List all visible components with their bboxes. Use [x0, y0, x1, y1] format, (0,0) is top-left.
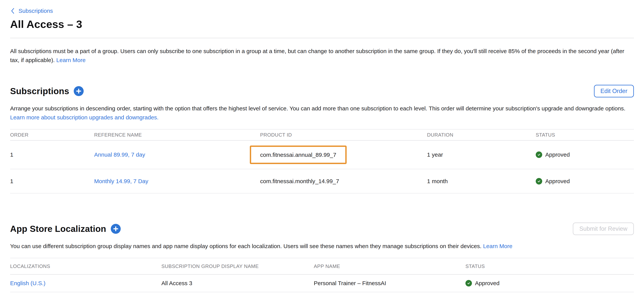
status-label: Approved — [545, 178, 570, 184]
display-name-value: All Access 3 — [162, 280, 314, 286]
submit-for-review-button[interactable]: Submit for Review — [573, 222, 634, 235]
column-header-app-name: APP NAME — [314, 264, 466, 269]
group-intro-body: All subscriptions must be a part of a gr… — [10, 48, 624, 63]
status-badge: Approved — [466, 280, 500, 286]
add-localization-button[interactable] — [111, 224, 121, 234]
column-header-status: STATUS — [466, 264, 634, 269]
localization-table-header: LOCALIZATIONS SUBSCRIPTION GROUP DISPLAY… — [10, 258, 634, 275]
app-name-value: Personal Trainer – FitnessAI — [314, 280, 466, 286]
highlighted-product-id: com.fitnessai.annual_89.99_7 — [250, 146, 347, 164]
breadcrumb: Subscriptions — [10, 8, 634, 14]
localization-section-header: App Store Localization Submit for Review — [10, 222, 634, 235]
subscriptions-table-header: ORDER REFERENCE NAME PRODUCT ID DURATION… — [10, 130, 634, 140]
reference-name-link[interactable]: Monthly 14.99, 7 Day — [94, 178, 148, 184]
edit-order-button[interactable]: Edit Order — [594, 85, 634, 98]
subscriptions-description: Arrange your subscriptions in descending… — [10, 104, 634, 122]
localization-description: You can use different subscription group… — [10, 242, 634, 250]
reference-name-link[interactable]: Annual 89.99, 7 day — [94, 152, 145, 158]
status-label: Approved — [545, 152, 570, 158]
order-value: 1 — [10, 152, 94, 158]
plus-icon — [76, 88, 82, 94]
localization-learn-more-link[interactable]: Learn More — [483, 243, 512, 249]
subscription-group-page: Subscriptions All Access – 3 All subscri… — [0, 8, 644, 292]
subscriptions-table: ORDER REFERENCE NAME PRODUCT ID DURATION… — [10, 129, 634, 194]
status-badge: Approved — [536, 178, 570, 184]
page-title: All Access – 3 — [10, 18, 634, 30]
localization-link[interactable]: English (U.S.) — [10, 280, 46, 286]
subscriptions-description-body: Arrange your subscriptions in descending… — [10, 105, 626, 112]
subscriptions-section-title: Subscriptions — [10, 86, 69, 96]
title-divider — [10, 38, 634, 38]
breadcrumb-subscriptions-link[interactable]: Subscriptions — [18, 8, 53, 14]
duration-value: 1 month — [427, 178, 536, 184]
product-id-value: com.fitnessai.monthly_14.99_7 — [260, 178, 427, 184]
column-header-order: ORDER — [10, 132, 94, 138]
chevron-left-icon[interactable] — [10, 8, 15, 14]
group-intro-text: All subscriptions must be a part of a gr… — [10, 46, 634, 64]
add-subscription-button[interactable] — [74, 86, 84, 96]
approved-check-icon — [536, 178, 542, 184]
upgrades-downgrades-link[interactable]: Learn more about subscription upgrades a… — [10, 114, 158, 120]
localization-table: LOCALIZATIONS SUBSCRIPTION GROUP DISPLAY… — [10, 258, 634, 292]
column-header-localizations: LOCALIZATIONS — [10, 264, 162, 269]
column-header-status: STATUS — [536, 132, 634, 138]
order-value: 1 — [10, 178, 94, 184]
table-row: 1 Annual 89.99, 7 day com.fitnessai.annu… — [10, 140, 634, 169]
intro-learn-more-link[interactable]: Learn More — [56, 57, 86, 63]
localization-section-title: App Store Localization — [10, 224, 106, 234]
plus-icon — [113, 226, 118, 232]
column-header-reference-name: REFERENCE NAME — [94, 132, 260, 138]
approved-check-icon — [466, 280, 472, 286]
column-header-display-name: SUBSCRIPTION GROUP DISPLAY NAME — [162, 264, 314, 269]
duration-value: 1 year — [427, 152, 536, 158]
table-row: 1 Monthly 14.99, 7 Day com.fitnessai.mon… — [10, 169, 634, 194]
column-header-duration: DURATION — [427, 132, 536, 138]
status-label: Approved — [475, 280, 500, 286]
subscriptions-section-header: Subscriptions Edit Order — [10, 85, 634, 98]
status-badge: Approved — [536, 152, 570, 158]
column-header-product-id: PRODUCT ID — [260, 132, 427, 138]
localization-description-body: You can use different subscription group… — [10, 243, 482, 249]
approved-check-icon — [536, 152, 542, 158]
table-row: English (U.S.) All Access 3 Personal Tra… — [10, 275, 634, 292]
